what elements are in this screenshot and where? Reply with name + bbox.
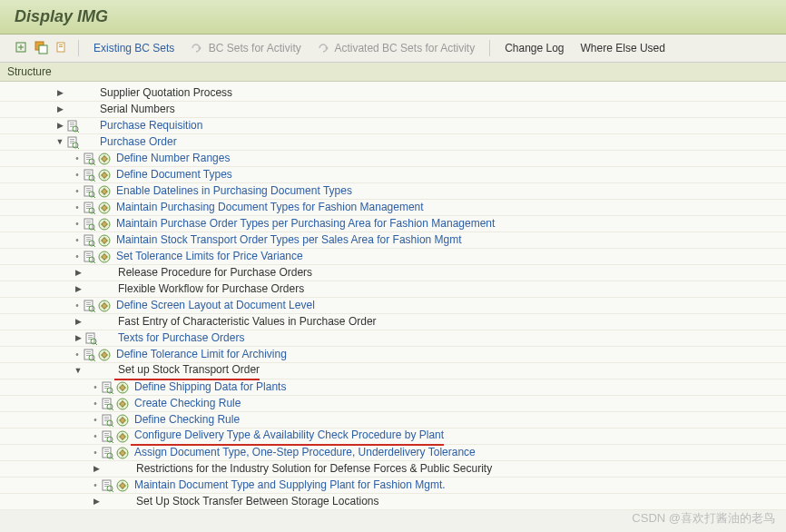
where-else-used-link[interactable]: Where Else Used [575,42,671,54]
activated-bc-sets-link[interactable]: Activated BC Sets for Activity [312,42,480,54]
tree-node-label[interactable]: Restrictions for the Industry Solution f… [133,461,492,477]
svg-rect-74 [86,333,94,343]
tree-node-label[interactable]: Texts for Purchase Orders [114,330,244,346]
tree-node-label[interactable]: Maintain Purchase Order Types per Purcha… [113,216,495,232]
img-documentation-icon[interactable] [65,119,79,133]
img-documentation-icon[interactable] [82,184,95,198]
img-documentation-icon[interactable] [100,446,113,459]
img-documentation-icon[interactable] [84,331,97,345]
img-execute-icon[interactable] [97,250,111,263]
bc-sets-activity-link[interactable]: BC Sets for Activity [185,42,306,54]
img-documentation-icon[interactable] [82,233,95,247]
tree-node-label[interactable]: Set Tolerance Limits for Price Variance [113,249,303,264]
change-log-link[interactable]: Change Log [499,42,569,54]
expand-icon[interactable]: ▶ [73,314,84,330]
img-documentation-icon[interactable] [65,135,79,149]
tree-node-label[interactable]: Define Document Types [113,167,232,182]
svg-point-127 [120,483,124,488]
tree-node-label[interactable]: Define Screen Layout at Document Level [113,298,315,313]
expand-icon[interactable]: ▶ [91,494,102,509]
img-execute-icon[interactable] [97,168,111,182]
img-documentation-icon[interactable] [100,413,113,427]
tree-node-label[interactable]: Define Number Ranges [113,151,230,166]
svg-rect-116 [104,451,109,452]
tree-node-label[interactable]: Release Procedure for Purchase Orders [114,265,312,281]
tree-row: •Maintain Stock Transport Order Types pe… [0,232,786,249]
img-documentation-icon[interactable] [100,478,113,492]
tree-node-label[interactable]: Set Up Stock Transfer Between Storage Lo… [133,494,378,509]
tree-node-label[interactable]: Maintain Purchasing Document Types for F… [113,200,424,215]
img-documentation-icon[interactable] [100,380,113,394]
tree-node-label[interactable]: Maintain Document Type and Supplying Pla… [131,478,446,493]
svg-point-6 [199,47,201,50]
expand-icon[interactable]: ▶ [54,85,65,101]
tree-node-label[interactable]: Create Checking Rule [131,396,241,411]
tree-node-label[interactable]: Define Tolerance Limit for Archiving [113,347,287,362]
tree-row: ▶Set Up Stock Transfer Between Storage L… [0,494,786,510]
tree-node-label[interactable]: Purchase Order [96,134,177,150]
tree-node-label[interactable]: Maintain Stock Transport Order Types per… [113,232,462,248]
separator [78,40,79,56]
svg-rect-86 [103,382,111,392]
img-documentation-icon[interactable] [100,397,113,410]
img-execute-icon[interactable] [115,478,129,492]
expand-icon[interactable]: ▶ [73,265,84,281]
img-execute-icon[interactable] [115,446,129,459]
existing-bc-sets-link[interactable]: Existing BC Sets [88,42,180,54]
img-execute-icon[interactable] [115,413,129,427]
tree-node-label[interactable]: Purchase Requisition [96,118,202,133]
tree-row: •Create Checking Rule [0,396,786,412]
tree-node-label[interactable]: Define Checking Rule [131,412,240,428]
img-execute-icon[interactable] [97,299,111,312]
expand-icon[interactable]: ▶ [73,330,84,346]
collapse-icon[interactable]: ▼ [73,363,84,379]
tree-row: •Configure Delivery Type & Availability … [0,429,786,445]
svg-rect-75 [88,335,93,336]
img-execute-icon[interactable] [97,348,111,361]
svg-rect-13 [68,137,76,147]
tree-node-label[interactable]: Configure Delivery Type & Availability C… [131,428,444,446]
expand-icon[interactable]: ▶ [91,461,102,477]
tree-row: ▶Release Procedure for Purchase Orders [0,265,786,281]
collapse-icon[interactable]: ▼ [54,134,65,150]
expand-icon[interactable]: ▶ [54,102,65,117]
tree-node-label[interactable]: Set up Stock Transport Order [114,362,260,380]
tree-node-label[interactable]: Serial Numbers [96,102,175,117]
svg-rect-76 [88,337,93,338]
img-execute-icon[interactable] [97,184,111,198]
img-documentation-icon[interactable] [82,348,95,361]
tree-node-label[interactable]: Supplier Quotation Process [96,85,232,101]
collapse-all-icon[interactable] [34,41,49,55]
svg-rect-62 [86,255,91,256]
img-documentation-icon[interactable] [82,217,95,231]
img-documentation-icon[interactable] [82,152,95,165]
img-execute-icon[interactable] [97,201,111,214]
img-documentation-icon[interactable] [82,250,95,263]
tree-node-label[interactable]: Fast Entry of Characteristic Values in P… [114,314,377,330]
find-icon[interactable] [54,41,69,55]
svg-point-92 [120,385,124,389]
img-execute-icon[interactable] [115,429,129,443]
tree-node-label[interactable]: Define Shipping Data for Plants [131,379,286,395]
img-documentation-icon[interactable] [82,168,95,182]
tree-node-label[interactable]: Flexible Workflow for Purchase Orders [114,281,304,297]
expand-icon[interactable]: ▶ [73,281,84,297]
tree-node-label[interactable]: Enable Datelines in Purchasing Document … [113,183,352,199]
img-execute-icon[interactable] [115,397,129,410]
img-execute-icon[interactable] [97,233,111,247]
svg-point-59 [102,238,106,242]
svg-point-106 [120,418,124,422]
img-documentation-icon[interactable] [82,201,95,214]
tree-node-label[interactable]: Assign Document Type, One-Step Procedure… [131,445,476,460]
tree-row: ▼Purchase Order [0,134,786,151]
img-documentation-icon[interactable] [100,429,113,443]
expand-icon[interactable]: ▶ [54,118,65,133]
bc-icon [318,43,330,54]
svg-point-66 [102,254,106,259]
img-execute-icon[interactable] [97,152,111,165]
img-execute-icon[interactable] [97,217,111,231]
img-execute-icon[interactable] [115,380,129,394]
leaf-bullet-icon: • [91,478,100,493]
expand-all-icon[interactable] [15,41,29,55]
img-documentation-icon[interactable] [82,299,95,312]
